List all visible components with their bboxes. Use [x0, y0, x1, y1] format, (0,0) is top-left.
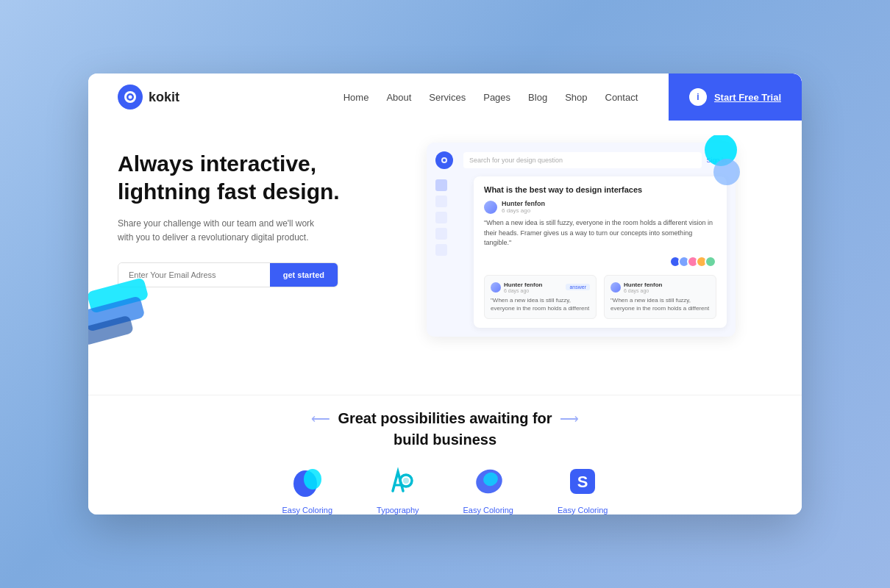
mock-ui: Search for your design question Sign in [427, 143, 736, 337]
mock-topbar: Search for your design question Sign in [435, 151, 727, 169]
mock-card-1: Hunter fenfon 6 days ago answer "When a … [484, 275, 597, 319]
hero-title: Always interactive, lightning fast desig… [118, 150, 397, 205]
mock-cards-row: Hunter fenfon 6 days ago answer "When a … [484, 275, 716, 319]
deco-arrow-left: ⟵ [311, 411, 330, 427]
header: kokit Home About Services Pages Blog Sho… [88, 74, 802, 121]
feature-label-4: Easy Coloring [558, 506, 608, 514]
logo-area: kokit [118, 85, 179, 110]
svg-point-12 [304, 469, 321, 490]
deco-shape-left [88, 255, 169, 351]
feature-item-4: S Easy Coloring [558, 463, 608, 514]
feature-item-1: Easy Coloring [282, 463, 332, 514]
nav-home[interactable]: Home [343, 92, 369, 103]
bottom-section: ⟵ Great possibilities awaiting for ⟶ bui… [88, 395, 802, 514]
mock-card-2-info: Hunter fenfon 6 days ago [624, 282, 662, 293]
svg-point-3 [129, 96, 132, 99]
mock-card-2-time: 6 days ago [624, 288, 662, 293]
svg-text:S: S [577, 473, 588, 491]
feature-item-2: Typography [377, 463, 419, 514]
mock-card-2-text: "When a new idea is still fuzzy, everyon… [610, 296, 710, 312]
mock-user-row: Hunter fenfon 6 days ago [484, 200, 716, 214]
section-subtitle: build business [118, 431, 772, 448]
coloring2-icon [470, 463, 507, 500]
get-started-button[interactable]: get started [270, 263, 338, 287]
feature-label-1: Easy Coloring [282, 506, 332, 514]
mock-3d-shape [699, 135, 743, 194]
svg-point-10 [443, 159, 446, 162]
cta-icon: i [689, 88, 707, 106]
mock-search-text: Search for your design question [469, 157, 563, 164]
section-title: Great possibilities awaiting for [338, 410, 552, 427]
mock-search-bar: Search for your design question [463, 152, 702, 168]
svg-point-8 [713, 159, 740, 185]
mock-reaction-avatar-5 [705, 256, 716, 268]
nav-pages[interactable]: Pages [483, 92, 510, 103]
mock-card-2-user: Hunter fenfon 6 days ago [610, 282, 710, 293]
feature-label-3: Easy Coloring [463, 506, 513, 514]
logo-icon [118, 85, 143, 110]
nav-services[interactable]: Services [429, 92, 466, 103]
mock-sidebar-item-3 [435, 212, 447, 223]
nav-contact[interactable]: Contact [605, 92, 638, 103]
nav-shop[interactable]: Shop [565, 92, 587, 103]
deco-arrow-right: ⟶ [560, 411, 579, 427]
cta-button[interactable]: Start Free Trial [714, 92, 781, 103]
website-card: kokit Home About Services Pages Blog Sho… [88, 74, 802, 514]
mock-card-2: Hunter fenfon 6 days ago "When a new ide… [604, 275, 716, 319]
mock-main-area: What is the best way to design interface… [435, 176, 727, 328]
feature-item-3: Easy Coloring [463, 463, 513, 514]
hero-subtitle: Share your challenge with our team and w… [118, 217, 324, 245]
mock-card-2-avatar [610, 282, 621, 293]
mock-username: Hunter fenfon [502, 200, 545, 207]
mock-avatar [484, 201, 497, 214]
feature-label-2: Typography [377, 506, 419, 514]
mock-card-1-text: "When a new idea is still fuzzy, everyon… [491, 296, 590, 312]
features-row: Easy Coloring Typography [118, 463, 772, 514]
mock-sidebar [435, 176, 447, 328]
hero-right: Search for your design question Sign in [412, 143, 772, 380]
nav-about[interactable]: About [386, 92, 411, 103]
mock-sidebar-item-5 [435, 244, 447, 256]
coloring3-icon: S [564, 463, 601, 500]
mock-avatars-row [484, 256, 716, 268]
mock-question: What is the best way to design interface… [484, 185, 716, 194]
mock-sidebar-item-2 [435, 196, 447, 207]
mock-nav-icon [435, 151, 453, 169]
mock-card-1-name: Hunter fenfon [504, 282, 542, 288]
mock-card-1-info: Hunter fenfon 6 days ago [504, 282, 542, 293]
mock-card-1-time: 6 days ago [504, 288, 542, 293]
hero-section: Always interactive, lightning fast desig… [88, 121, 802, 395]
mock-content-area: What is the best way to design interface… [474, 176, 727, 328]
mock-user-info: Hunter fenfon 6 days ago [502, 200, 545, 214]
section-title-area: ⟵ Great possibilities awaiting for ⟶ [118, 410, 772, 427]
coloring1-icon [289, 463, 326, 500]
mock-time: 6 days ago [502, 207, 545, 214]
mock-card-2-name: Hunter fenfon [624, 282, 662, 288]
mock-card-1-user: Hunter fenfon 6 days ago answer [491, 282, 590, 293]
mock-card-1-badge: answer [566, 284, 590, 290]
mock-sidebar-item-4 [435, 228, 447, 240]
mock-card-1-avatar [491, 282, 501, 293]
cta-area[interactable]: i Start Free Trial [669, 74, 802, 121]
typography-icon [380, 463, 416, 500]
logo-text: kokit [149, 90, 179, 105]
svg-point-15 [403, 478, 409, 484]
nav-blog[interactable]: Blog [528, 92, 547, 103]
mock-sidebar-item-1 [435, 179, 447, 191]
mock-quote: "When a new idea is still fuzzy, everyon… [484, 218, 716, 248]
